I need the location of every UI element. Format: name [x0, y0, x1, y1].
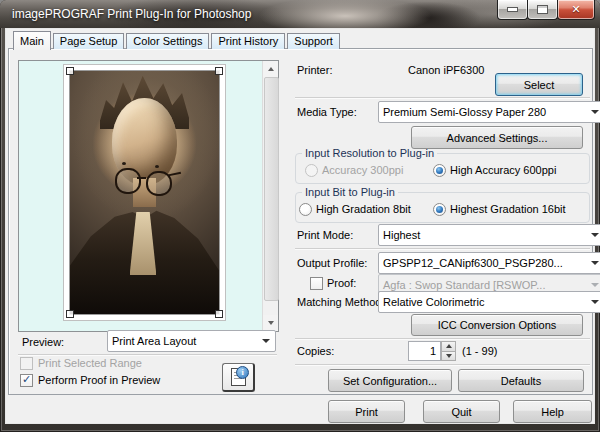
preview-photo — [69, 70, 220, 315]
proof-profile-value: Agfa : Swop Standard [RSWOP... — [383, 279, 545, 291]
photo-glasses-lens — [115, 168, 141, 194]
tab-main[interactable]: Main — [13, 31, 51, 50]
crop-handle-bottom-right[interactable] — [215, 310, 223, 318]
set-configuration-button[interactable]: Set Configuration... — [328, 369, 452, 392]
accuracy-300ppi-radio[interactable] — [305, 164, 318, 177]
maximize-icon — [537, 5, 548, 14]
select-printer-button[interactable]: Select — [495, 73, 583, 96]
maximize-button[interactable] — [527, 0, 558, 20]
photo-glasses-bridge — [137, 177, 146, 179]
high-accuracy-600ppi-label: High Accuracy 600ppi — [450, 164, 556, 176]
photo-glasses-temple — [168, 172, 182, 177]
print-mode-label: Print Mode: — [297, 229, 353, 241]
matching-method-select[interactable]: Relative Colorimetric — [378, 291, 600, 313]
preview-mode-select[interactable]: Print Area Layout — [107, 330, 276, 352]
button-label: Help — [541, 406, 564, 418]
button-label: ICC Conversion Options — [438, 319, 557, 331]
tab-label: Print History — [218, 35, 278, 47]
output-profile-select[interactable]: GPSPP12_CANipf6300_PSGP280... — [378, 252, 600, 274]
copies-input[interactable]: 1 — [408, 341, 441, 361]
media-type-label: Media Type: — [297, 106, 357, 118]
print-preview-area[interactable] — [18, 60, 279, 332]
tab-print-history[interactable]: Print History — [211, 33, 285, 49]
high-gradation-8bit-label: High Gradation 8bit — [316, 203, 411, 215]
copies-stepper — [441, 341, 456, 361]
copies-decrement-button[interactable] — [441, 351, 456, 362]
perform-proof-checkbox[interactable]: ✓ — [20, 374, 33, 387]
tab-strip: Main Page Setup Color Settings Print His… — [13, 31, 342, 49]
separator — [295, 248, 590, 249]
printer-value: Canon iPF6300 — [408, 64, 484, 76]
window-title: imagePROGRAF Print Plug-In for Photoshop — [12, 7, 251, 21]
print-selected-range-checkbox[interactable] — [20, 357, 33, 370]
preview-scrollbar[interactable] — [262, 61, 278, 331]
preview-mode-value: Print Area Layout — [112, 335, 196, 347]
minimize-button[interactable] — [497, 0, 528, 20]
checkmark-icon: ✓ — [22, 374, 31, 385]
tab-label: Page Setup — [60, 35, 118, 47]
preview-info-button[interactable]: i — [222, 363, 255, 392]
matching-method-label: Matching Method: — [297, 296, 384, 308]
arrow-up-icon — [268, 67, 274, 71]
quit-button[interactable]: Quit — [423, 400, 500, 423]
chevron-down-icon — [262, 339, 270, 343]
print-button[interactable]: Print — [328, 400, 405, 423]
plugin-dialog-window: imagePROGRAF Print Plug-In for Photoshop… — [0, 0, 600, 432]
proof-label: Proof: — [327, 277, 356, 289]
print-selected-range-label: Print Selected Range — [38, 357, 142, 369]
arrow-down-icon — [446, 354, 452, 358]
button-label: Select — [524, 79, 555, 91]
separator — [18, 354, 277, 355]
button-label: Defaults — [501, 375, 541, 387]
high-gradation-8bit-radio[interactable] — [299, 203, 312, 216]
highest-gradation-16bit-radio[interactable] — [433, 203, 446, 216]
tab-page-setup[interactable]: Page Setup — [53, 33, 125, 49]
tab-label: Main — [20, 35, 44, 47]
scrollbar-thumb[interactable] — [264, 77, 279, 301]
scroll-up-button[interactable] — [263, 61, 278, 77]
media-type-value: Premium Semi-Glossy Paper 280 — [383, 106, 546, 118]
accuracy-300ppi-label: Accuracy 300ppi — [322, 164, 403, 176]
icc-conversion-options-button[interactable]: ICC Conversion Options — [411, 314, 583, 336]
scroll-down-button[interactable] — [263, 315, 278, 331]
button-label: Advanced Settings... — [447, 132, 548, 144]
perform-proof-label: Perform Proof in Preview — [38, 374, 160, 386]
proof-checkbox[interactable] — [310, 277, 323, 290]
highest-gradation-16bit-label: Highest Gradation 16bit — [450, 203, 566, 215]
help-button[interactable]: Help — [513, 400, 592, 423]
minimize-icon — [507, 7, 518, 12]
crop-handle-bottom-left[interactable] — [66, 310, 74, 318]
output-profile-label: Output Profile: — [297, 257, 367, 269]
separator — [295, 338, 590, 339]
close-icon: ✕ — [571, 4, 580, 15]
chevron-down-icon — [591, 261, 599, 265]
tab-label: Support — [294, 35, 333, 47]
crop-handle-top-left[interactable] — [66, 67, 74, 75]
arrow-up-icon — [446, 344, 452, 348]
separator — [295, 97, 590, 98]
tab-label: Color Settings — [133, 35, 202, 47]
output-profile-value: GPSPP12_CANipf6300_PSGP280... — [383, 257, 563, 269]
input-bit-group-title: Input Bit to Plug-in — [302, 186, 398, 198]
separator — [295, 364, 590, 365]
print-mode-select[interactable]: Highest — [378, 224, 600, 246]
high-accuracy-600ppi-radio[interactable] — [433, 164, 446, 177]
button-label: Set Configuration... — [343, 375, 437, 387]
tab-support[interactable]: Support — [287, 33, 340, 49]
button-label: Quit — [451, 406, 471, 418]
copies-increment-button[interactable] — [441, 341, 456, 351]
matching-method-value: Relative Colorimetric — [383, 296, 484, 308]
copies-range-hint: (1 - 99) — [462, 345, 497, 357]
preview-label: Preview: — [22, 336, 64, 348]
preview-page[interactable] — [63, 64, 226, 321]
advanced-settings-button[interactable]: Advanced Settings... — [411, 126, 583, 149]
media-type-select[interactable]: Premium Semi-Glossy Paper 280 — [378, 101, 600, 123]
print-mode-value: Highest — [383, 229, 420, 241]
info-icon: i — [236, 366, 249, 379]
chevron-down-icon — [591, 283, 599, 287]
defaults-button[interactable]: Defaults — [458, 369, 584, 392]
close-button[interactable]: ✕ — [557, 0, 595, 20]
tab-color-settings[interactable]: Color Settings — [126, 33, 209, 49]
crop-handle-top-right[interactable] — [215, 67, 223, 75]
arrow-down-icon — [268, 321, 274, 325]
